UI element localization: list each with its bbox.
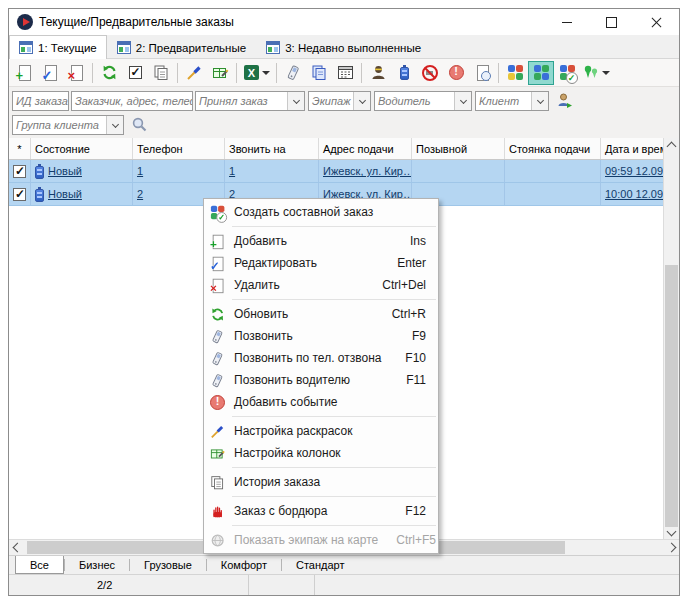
menu-item-label: Создать составной заказ [234,205,408,219]
forbid-call-button[interactable] [417,61,443,85]
refresh-button[interactable] [96,61,122,85]
delete-order-button[interactable]: × [63,61,89,85]
copy-order-button[interactable] [148,61,174,85]
tab-preliminary[interactable]: 2: Предварительные [107,36,256,58]
colorize-settings-button[interactable] [181,61,207,85]
menu-item-composite-order[interactable]: Создать составной заказ [204,201,438,223]
phone-link[interactable]: 1 [137,165,143,177]
menu-item-colorize-settings[interactable]: Настройка раскрасок [204,420,438,442]
copy-phone-button[interactable] [306,61,332,85]
menu-item-curb-order[interactable]: Заказ с бордюра F12 [204,500,438,522]
tab-current[interactable]: 1: Текущие [9,35,107,59]
client-combo[interactable]: Клиент [475,91,549,111]
state-link[interactable]: Новый [48,188,82,200]
combo-dropdown-button[interactable] [454,92,471,110]
col-header-call-to[interactable]: Звонить на [225,138,319,159]
toolbar-separator [177,63,178,83]
search-button[interactable] [128,115,150,135]
category-tab-business[interactable]: Бизнес [65,556,129,574]
menu-item-label: Позвонить по тел. отзвона [234,351,387,365]
menu-item-refresh[interactable]: Обновить Ctrl+R [204,303,438,325]
export-excel-button[interactable]: X [240,61,273,85]
state-link[interactable]: Новый [48,165,82,177]
add-order-button[interactable]: + [11,61,37,85]
brush-icon [210,423,234,440]
menu-item-label: История заказа [234,475,408,489]
scroll-right-button[interactable] [663,540,679,555]
crew-combo[interactable]: Экипаж [308,91,371,111]
driver-combo[interactable]: Водитель [374,91,472,111]
dropdown-caret-icon [602,71,610,75]
composite-order-button[interactable] [554,61,580,85]
menu-item-add-event[interactable]: Добавить событие [204,391,438,413]
maximize-button[interactable] [589,9,634,35]
refresh-icon [101,64,118,81]
crews-online-button[interactable] [528,61,554,85]
datetime-link[interactable]: 10:00 12.09.2 [605,188,663,200]
category-tab-comfort[interactable]: Комфорт [207,556,281,574]
combo-dropdown-button[interactable] [287,92,304,110]
menu-item-order-history[interactable]: История заказа [204,471,438,493]
checkbox-icon [129,66,142,79]
vertical-scrollbar[interactable] [663,138,679,539]
vertical-scroll-thumb[interactable] [665,265,678,527]
category-tab-cargo[interactable]: Грузовые [130,556,206,574]
phone-battery-button[interactable] [391,61,417,85]
filter-row-1: ИД заказа Заказчик, адрес, телеф Принял … [12,90,679,111]
driver-button[interactable] [365,61,391,85]
combo-dropdown-button[interactable] [353,92,370,110]
window-controls [544,9,679,35]
copy-docs-icon [153,64,170,81]
table-row[interactable]: Новый 1 1 Ижевск, ул. Кир… 09:59 12.09.2 [9,160,663,183]
col-header-select[interactable]: * [9,138,31,159]
dropdown-caret-icon [262,71,270,75]
col-header-stand[interactable]: Стоянка подачи [505,138,601,159]
col-header-state[interactable]: Состояние [31,138,133,159]
map-points-button[interactable] [580,61,613,85]
edit-order-button[interactable]: ✓ [37,61,63,85]
menu-item-columns-settings[interactable]: Настройка колонок [204,442,438,464]
menu-item-add[interactable]: + Добавить Ins [204,230,438,252]
phone-link[interactable]: 2 [137,188,143,200]
order-id-input[interactable]: ИД заказа [12,91,69,111]
call-client-button[interactable] [280,61,306,85]
scroll-left-button[interactable] [9,540,25,555]
datetime-link[interactable]: 09:59 12.09.2 [605,165,663,177]
add-event-button[interactable] [443,61,469,85]
menu-item-edit[interactable]: ✓ Редактировать Enter [204,252,438,274]
menu-item-delete[interactable]: × Удалить Ctrl+Del [204,274,438,296]
scroll-up-button[interactable] [664,138,679,154]
menu-item-label: Позвонить [234,329,394,343]
col-header-address[interactable]: Адрес подачи [319,138,412,159]
col-header-phone[interactable]: Телефон [133,138,225,159]
menu-item-label: Настройка колонок [234,446,408,460]
calendar-button[interactable] [332,61,358,85]
combo-dropdown-button[interactable] [106,116,123,134]
tab-recent[interactable]: 3: Недавно выполненные [256,36,431,58]
minimize-button[interactable] [544,9,589,35]
toolbar-separator [276,63,277,83]
menu-item-call-driver[interactable]: Позвонить водителю F11 [204,369,438,391]
menu-item-call-back[interactable]: Позвонить по тел. отзвона F10 [204,347,438,369]
select-all-button[interactable] [122,61,148,85]
order-log-button[interactable] [469,61,495,85]
col-header-datetime[interactable]: Дата и время [601,138,663,159]
client-group-combo[interactable]: Группа клиента [12,115,124,135]
category-tab-standard[interactable]: Стандарт [282,556,359,574]
crews-button[interactable] [502,61,528,85]
row-checkbox[interactable] [13,165,26,178]
call-to-link[interactable]: 1 [229,165,235,177]
row-checkbox[interactable] [13,188,26,201]
add-client-button[interactable] [553,91,575,111]
columns-settings-button[interactable] [207,61,233,85]
address-link[interactable]: Ижевск, ул. Кир… [323,165,412,177]
menu-item-call[interactable]: Позвонить F9 [204,325,438,347]
category-tab-all[interactable]: Все [15,556,64,574]
col-header-callsign[interactable]: Позывной [412,138,505,159]
customer-search-input[interactable]: Заказчик, адрес, телеф [71,91,193,111]
operator-combo[interactable]: Принял заказ [195,91,305,111]
vertical-scroll-track[interactable] [664,154,679,523]
delete-order-icon: × [210,277,234,294]
combo-dropdown-button[interactable] [531,92,548,110]
close-button[interactable] [634,9,679,35]
